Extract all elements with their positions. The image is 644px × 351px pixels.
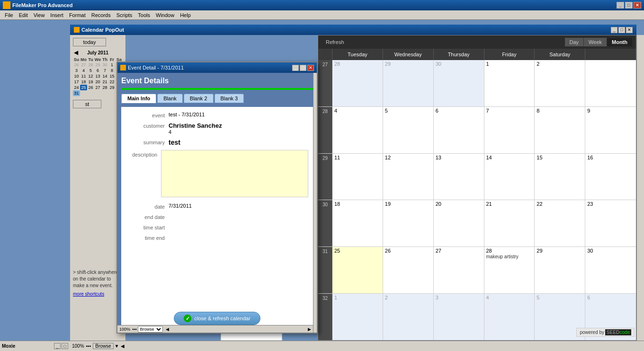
mini-cal-day[interactable]: 11 <box>80 73 87 79</box>
cal-day[interactable]: 28 <box>332 60 383 106</box>
menu-tools[interactable]: Tools <box>135 11 153 19</box>
cal-day[interactable]: 19 <box>383 200 434 246</box>
tab-blank2[interactable]: Blank 2 <box>184 94 214 103</box>
scroll-left[interactable]: ◀ <box>121 343 125 349</box>
cal-minimize-button[interactable]: _ <box>611 27 617 33</box>
month-view-button[interactable]: Month <box>607 38 632 46</box>
cal-day[interactable]: 1 <box>332 294 383 340</box>
cal-day[interactable]: 4 <box>332 107 383 153</box>
cal-day[interactable]: 2 <box>535 60 585 106</box>
close-button[interactable]: ✕ <box>634 2 641 9</box>
dialog-mode-select[interactable]: Browse <box>138 326 163 333</box>
mini-cal-day[interactable]: 27 <box>94 85 101 90</box>
menu-help[interactable]: Help <box>177 11 194 19</box>
mini-cal-day[interactable]: 29 <box>94 62 101 68</box>
mini-cal-day[interactable]: 13 <box>94 73 101 79</box>
mini-cal-day[interactable]: 3 <box>73 68 80 73</box>
cal-day[interactable]: 11 <box>332 154 383 200</box>
mini-cal-day[interactable]: 29 <box>108 85 116 90</box>
close-refresh-button[interactable]: ✓ close & refresh calendar <box>174 312 260 325</box>
minimize-button[interactable]: _ <box>617 2 624 9</box>
cal-day[interactable]: 9 <box>585 107 636 153</box>
cal-day[interactable]: 2 <box>383 294 434 340</box>
cal-day[interactable]: 28makeup artistry <box>484 247 535 293</box>
mini-cal-day[interactable]: 27 <box>80 62 87 68</box>
event-dialog-minimize[interactable]: _ <box>292 65 299 71</box>
mini-cal-day[interactable]: 17 <box>73 79 80 85</box>
cal-day[interactable]: 18 <box>332 200 383 246</box>
cal-day[interactable]: 30 <box>434 60 484 106</box>
today-button[interactable]: today <box>73 38 106 46</box>
cal-day[interactable] <box>585 60 636 106</box>
dialog-scroll-right[interactable]: ▶ <box>308 327 311 332</box>
mini-cal-selected[interactable]: 31 <box>73 90 80 96</box>
cal-day[interactable]: 22 <box>535 200 585 246</box>
mini-cal-day[interactable]: 19 <box>87 79 94 85</box>
cal-day[interactable]: 1 <box>484 60 535 106</box>
status-button[interactable]: st <box>73 100 101 108</box>
menu-file[interactable]: File <box>2 11 16 19</box>
cal-day[interactable]: 20 <box>434 200 484 246</box>
cal-day[interactable]: 26 <box>383 247 434 293</box>
menu-edit[interactable]: Edit <box>16 11 31 19</box>
browse-dropdown[interactable]: Browse <box>93 343 113 349</box>
cal-day[interactable]: 7 <box>484 107 535 153</box>
menu-records[interactable]: Records <box>89 11 114 19</box>
cal-day[interactable]: 3 <box>434 294 484 340</box>
mini-cal-day[interactable]: 7 <box>101 68 108 73</box>
mini-cal-day[interactable]: 20 <box>94 79 101 85</box>
maximize-button[interactable]: □ <box>625 2 633 9</box>
taskbar-min[interactable]: _ <box>54 343 61 349</box>
mini-cal-day[interactable]: 21 <box>101 79 108 85</box>
mini-cal-day[interactable]: 15 <box>108 73 116 79</box>
cal-day[interactable]: 27 <box>434 247 484 293</box>
cal-day[interactable]: 8 <box>535 107 585 153</box>
dialog-scroll-left[interactable]: ◀ <box>166 327 169 332</box>
description-textarea[interactable] <box>161 150 308 197</box>
right-scrollbar[interactable] <box>636 35 644 351</box>
cal-close-button[interactable]: ✕ <box>626 27 633 33</box>
cal-day[interactable]: 5 <box>383 107 434 153</box>
cal-day[interactable]: 30 <box>585 247 636 293</box>
mini-cal-day[interactable]: 10 <box>73 73 80 79</box>
mini-cal-day[interactable]: 12 <box>87 73 94 79</box>
mini-cal-day[interactable]: 8 <box>108 68 116 73</box>
cal-day[interactable]: 12 <box>383 154 434 200</box>
cal-day-today[interactable]: 25 <box>332 247 383 293</box>
menu-format[interactable]: Format <box>66 11 89 19</box>
day-view-button[interactable]: Day <box>565 38 584 46</box>
mini-cal-day[interactable]: 26 <box>73 62 80 68</box>
mini-cal-day[interactable]: 30 <box>101 62 108 68</box>
tab-blank[interactable]: Blank <box>157 94 183 103</box>
cal-day[interactable]: 13 <box>434 154 484 200</box>
cal-day[interactable]: 29 <box>383 60 434 106</box>
cal-day[interactable]: 4 <box>484 294 535 340</box>
mini-cal-day[interactable]: 4 <box>80 68 87 73</box>
mini-cal-day[interactable]: 22 <box>108 79 116 85</box>
more-shortcuts-link[interactable]: more shortcuts <box>73 291 104 297</box>
menu-scripts[interactable]: Scripts <box>114 11 135 19</box>
mini-cal-day[interactable]: 28 <box>87 62 94 68</box>
cal-day[interactable]: 29 <box>535 247 585 293</box>
mini-cal-day[interactable]: 26 <box>87 85 94 90</box>
cal-day[interactable]: 21 <box>484 200 535 246</box>
mini-cal-day[interactable]: 14 <box>101 73 108 79</box>
refresh-button[interactable]: Refresh <box>322 38 348 46</box>
week-view-button[interactable]: Week <box>584 38 607 46</box>
tab-main-info[interactable]: Main Info <box>121 94 156 103</box>
menu-window[interactable]: Window <box>153 11 177 19</box>
menu-view[interactable]: View <box>31 11 48 19</box>
cal-day[interactable]: 23 <box>585 200 636 246</box>
menu-insert[interactable]: Insert <box>47 11 66 19</box>
cal-day[interactable]: 6 <box>434 107 484 153</box>
cal-day[interactable]: 14 <box>484 154 535 200</box>
mini-cal-prev[interactable]: ◀ <box>73 49 79 56</box>
tab-blank3[interactable]: Blank 3 <box>215 94 244 103</box>
dialog-scrollbar[interactable] <box>313 73 317 333</box>
cal-maximize-button[interactable]: □ <box>618 27 625 33</box>
mini-cal-today[interactable]: 25 <box>80 85 87 90</box>
browse-arrow[interactable]: ▼ <box>115 343 119 349</box>
mini-cal-day[interactable]: 18 <box>80 79 87 85</box>
event-dialog-close[interactable]: ✕ <box>307 65 314 71</box>
cal-day[interactable]: 16 <box>585 154 636 200</box>
